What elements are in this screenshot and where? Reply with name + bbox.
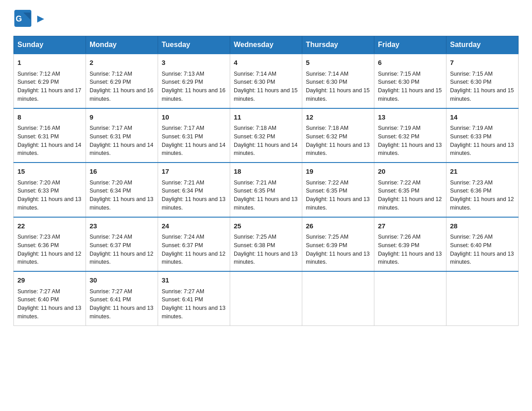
calendar-cell: 7Sunrise: 7:15 AMSunset: 6:30 PMDaylight… bbox=[446, 54, 519, 108]
calendar-cell: 1Sunrise: 7:12 AMSunset: 6:29 PMDaylight… bbox=[14, 54, 86, 108]
day-info: Sunrise: 7:25 AMSunset: 6:39 PMDaylight:… bbox=[306, 233, 370, 266]
calendar-cell: 11Sunrise: 7:18 AMSunset: 6:32 PMDayligh… bbox=[230, 108, 302, 163]
calendar-cell bbox=[446, 271, 519, 325]
day-number: 2 bbox=[90, 58, 154, 68]
day-info: Sunrise: 7:22 AMSunset: 6:35 PMDaylight:… bbox=[306, 179, 370, 212]
calendar-cell bbox=[230, 271, 302, 325]
calendar-cell: 5Sunrise: 7:14 AMSunset: 6:30 PMDaylight… bbox=[302, 54, 374, 108]
calendar-week-2: 8Sunrise: 7:16 AMSunset: 6:31 PMDaylight… bbox=[14, 108, 519, 163]
calendar-cell: 21Sunrise: 7:23 AMSunset: 6:36 PMDayligh… bbox=[446, 163, 519, 217]
day-number: 3 bbox=[162, 58, 226, 68]
day-info: Sunrise: 7:27 AMSunset: 6:41 PMDaylight:… bbox=[90, 287, 154, 321]
col-header-sunday: Sunday bbox=[14, 36, 86, 54]
day-info: Sunrise: 7:15 AMSunset: 6:30 PMDaylight:… bbox=[450, 70, 515, 103]
day-info: Sunrise: 7:14 AMSunset: 6:30 PMDaylight:… bbox=[306, 70, 370, 103]
day-number: 28 bbox=[450, 221, 515, 231]
day-number: 22 bbox=[17, 221, 82, 231]
calendar-cell: 17Sunrise: 7:21 AMSunset: 6:34 PMDayligh… bbox=[158, 163, 230, 217]
calendar-cell: 27Sunrise: 7:26 AMSunset: 6:39 PMDayligh… bbox=[374, 217, 446, 272]
col-header-saturday: Saturday bbox=[446, 36, 519, 54]
day-number: 10 bbox=[162, 112, 226, 123]
day-number: 24 bbox=[162, 221, 226, 231]
day-number: 15 bbox=[17, 167, 82, 177]
calendar-cell: 3Sunrise: 7:13 AMSunset: 6:29 PMDaylight… bbox=[158, 54, 230, 108]
day-number: 18 bbox=[234, 167, 298, 177]
calendar-cell: 9Sunrise: 7:17 AMSunset: 6:31 PMDaylight… bbox=[86, 108, 158, 163]
day-number: 8 bbox=[17, 112, 82, 123]
logo-triangle-text: ► bbox=[35, 12, 47, 25]
calendar-week-5: 29Sunrise: 7:27 AMSunset: 6:40 PMDayligh… bbox=[14, 271, 519, 325]
day-number: 4 bbox=[234, 58, 298, 68]
logo-icon: G bbox=[13, 9, 32, 28]
calendar-cell: 29Sunrise: 7:27 AMSunset: 6:40 PMDayligh… bbox=[14, 271, 86, 325]
calendar-cell: 23Sunrise: 7:24 AMSunset: 6:37 PMDayligh… bbox=[86, 217, 158, 272]
day-number: 14 bbox=[450, 112, 515, 123]
day-info: Sunrise: 7:20 AMSunset: 6:33 PMDaylight:… bbox=[17, 179, 82, 212]
day-number: 26 bbox=[306, 221, 370, 231]
day-info: Sunrise: 7:27 AMSunset: 6:40 PMDaylight:… bbox=[17, 287, 82, 321]
calendar-cell: 6Sunrise: 7:15 AMSunset: 6:30 PMDaylight… bbox=[374, 54, 446, 108]
day-number: 17 bbox=[162, 167, 226, 177]
calendar-cell: 10Sunrise: 7:17 AMSunset: 6:31 PMDayligh… bbox=[158, 108, 230, 163]
calendar-table: SundayMondayTuesdayWednesdayThursdayFrid… bbox=[13, 36, 519, 326]
calendar-cell: 26Sunrise: 7:25 AMSunset: 6:39 PMDayligh… bbox=[302, 217, 374, 272]
day-info: Sunrise: 7:18 AMSunset: 6:32 PMDaylight:… bbox=[306, 124, 370, 158]
calendar-cell: 14Sunrise: 7:19 AMSunset: 6:33 PMDayligh… bbox=[446, 108, 519, 163]
col-header-wednesday: Wednesday bbox=[230, 36, 302, 54]
day-info: Sunrise: 7:20 AMSunset: 6:34 PMDaylight:… bbox=[90, 179, 154, 212]
day-info: Sunrise: 7:26 AMSunset: 6:40 PMDaylight:… bbox=[450, 233, 515, 266]
calendar-week-4: 22Sunrise: 7:23 AMSunset: 6:36 PMDayligh… bbox=[14, 217, 519, 272]
day-number: 21 bbox=[450, 167, 515, 177]
page-header: G ► bbox=[13, 9, 519, 28]
day-number: 1 bbox=[17, 58, 82, 68]
day-info: Sunrise: 7:24 AMSunset: 6:37 PMDaylight:… bbox=[90, 233, 154, 266]
day-number: 6 bbox=[378, 58, 442, 68]
calendar-cell: 12Sunrise: 7:18 AMSunset: 6:32 PMDayligh… bbox=[302, 108, 374, 163]
day-info: Sunrise: 7:19 AMSunset: 6:32 PMDaylight:… bbox=[378, 124, 442, 158]
day-info: Sunrise: 7:16 AMSunset: 6:31 PMDaylight:… bbox=[17, 124, 82, 158]
day-number: 30 bbox=[90, 275, 154, 286]
day-info: Sunrise: 7:13 AMSunset: 6:29 PMDaylight:… bbox=[162, 70, 226, 103]
day-number: 13 bbox=[378, 112, 442, 123]
calendar-cell: 19Sunrise: 7:22 AMSunset: 6:35 PMDayligh… bbox=[302, 163, 374, 217]
calendar-cell: 28Sunrise: 7:26 AMSunset: 6:40 PMDayligh… bbox=[446, 217, 519, 272]
calendar-header: SundayMondayTuesdayWednesdayThursdayFrid… bbox=[14, 36, 519, 54]
calendar-cell bbox=[302, 271, 374, 325]
day-info: Sunrise: 7:18 AMSunset: 6:32 PMDaylight:… bbox=[234, 124, 298, 158]
day-info: Sunrise: 7:22 AMSunset: 6:35 PMDaylight:… bbox=[378, 179, 442, 212]
calendar-week-3: 15Sunrise: 7:20 AMSunset: 6:33 PMDayligh… bbox=[14, 163, 519, 217]
day-info: Sunrise: 7:17 AMSunset: 6:31 PMDaylight:… bbox=[162, 124, 226, 158]
day-number: 20 bbox=[378, 167, 442, 177]
col-header-friday: Friday bbox=[374, 36, 446, 54]
calendar-cell: 24Sunrise: 7:24 AMSunset: 6:37 PMDayligh… bbox=[158, 217, 230, 272]
calendar-cell: 15Sunrise: 7:20 AMSunset: 6:33 PMDayligh… bbox=[14, 163, 86, 217]
day-number: 12 bbox=[306, 112, 370, 123]
calendar-cell: 25Sunrise: 7:25 AMSunset: 6:38 PMDayligh… bbox=[230, 217, 302, 272]
day-info: Sunrise: 7:23 AMSunset: 6:36 PMDaylight:… bbox=[450, 179, 515, 212]
day-number: 16 bbox=[90, 167, 154, 177]
calendar-cell: 13Sunrise: 7:19 AMSunset: 6:32 PMDayligh… bbox=[374, 108, 446, 163]
logo: G ► bbox=[13, 9, 47, 28]
day-number: 9 bbox=[90, 112, 154, 123]
calendar-cell: 18Sunrise: 7:21 AMSunset: 6:35 PMDayligh… bbox=[230, 163, 302, 217]
calendar-cell: 31Sunrise: 7:27 AMSunset: 6:41 PMDayligh… bbox=[158, 271, 230, 325]
calendar-body: 1Sunrise: 7:12 AMSunset: 6:29 PMDaylight… bbox=[14, 54, 519, 325]
day-number: 7 bbox=[450, 58, 515, 68]
day-info: Sunrise: 7:15 AMSunset: 6:30 PMDaylight:… bbox=[378, 70, 442, 103]
day-number: 11 bbox=[234, 112, 298, 123]
svg-text:G: G bbox=[16, 14, 22, 23]
col-header-thursday: Thursday bbox=[302, 36, 374, 54]
day-number: 25 bbox=[234, 221, 298, 231]
day-number: 29 bbox=[17, 275, 82, 286]
calendar-cell: 22Sunrise: 7:23 AMSunset: 6:36 PMDayligh… bbox=[14, 217, 86, 272]
calendar-cell: 2Sunrise: 7:12 AMSunset: 6:29 PMDaylight… bbox=[86, 54, 158, 108]
col-header-tuesday: Tuesday bbox=[158, 36, 230, 54]
day-info: Sunrise: 7:26 AMSunset: 6:39 PMDaylight:… bbox=[378, 233, 442, 266]
day-info: Sunrise: 7:19 AMSunset: 6:33 PMDaylight:… bbox=[450, 124, 515, 158]
day-info: Sunrise: 7:17 AMSunset: 6:31 PMDaylight:… bbox=[90, 124, 154, 158]
day-info: Sunrise: 7:12 AMSunset: 6:29 PMDaylight:… bbox=[17, 70, 82, 103]
calendar-cell: 8Sunrise: 7:16 AMSunset: 6:31 PMDaylight… bbox=[14, 108, 86, 163]
day-info: Sunrise: 7:24 AMSunset: 6:37 PMDaylight:… bbox=[162, 233, 226, 266]
col-header-monday: Monday bbox=[86, 36, 158, 54]
day-number: 31 bbox=[162, 275, 226, 286]
